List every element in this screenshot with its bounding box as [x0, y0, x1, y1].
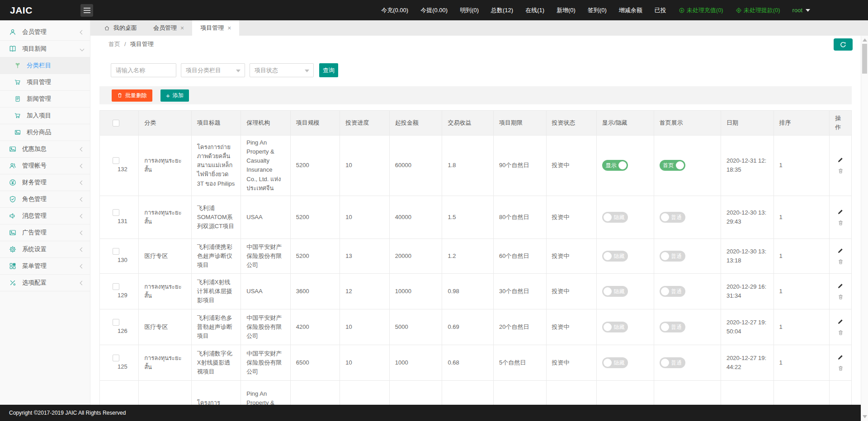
search-button[interactable]: 查询 — [319, 63, 338, 77]
tab-会员管理[interactable]: 会员管理× — [145, 20, 192, 36]
visibility-toggle[interactable]: 隐藏 — [602, 212, 628, 223]
row-actions — [830, 239, 852, 273]
visibility-toggle[interactable]: 显示 — [602, 160, 628, 171]
tab-我的桌面[interactable]: 我的桌面 — [96, 20, 145, 36]
content: 项目分类栏目 项目状态 查询 批量删除 + 添加 — [90, 63, 868, 405]
edit-icon[interactable] — [837, 248, 844, 254]
sidebar-item-项目新闻[interactable]: 项目新闻 — [0, 41, 90, 57]
row-checkbox[interactable] — [113, 209, 119, 216]
sidebar-item-系统设置[interactable]: 系统设置 — [0, 241, 90, 258]
sidebar-item-角色管理[interactable]: 角色管理 — [0, 191, 90, 208]
sidebar-item-积分商品[interactable]: 积分商品 — [0, 124, 90, 141]
homepage-toggle[interactable]: 普通 — [660, 251, 685, 262]
visibility-toggle[interactable]: 隐藏 — [602, 251, 628, 262]
delete-icon[interactable] — [838, 220, 844, 226]
row-select-cell: 125 — [100, 345, 139, 380]
row-scale: 3600 — [290, 273, 340, 309]
row-checkbox[interactable] — [113, 319, 119, 326]
copyright-text: Copyright ©2017-2019 JAIC All Rights Res… — [9, 410, 126, 416]
sidebar-item-加入项目[interactable]: 加入项目 — [0, 108, 90, 124]
projects-table-wrap: 分类项目标题保理机构项目规模投资进度起投金额交易收益项目期限投资状态显示/隐藏首… — [99, 110, 852, 405]
row-action-icons — [835, 209, 846, 226]
close-icon[interactable]: × — [180, 25, 184, 31]
sidebar-item-优惠加息[interactable]: 优惠加息 — [0, 141, 90, 158]
row-checkbox[interactable] — [113, 157, 119, 164]
chevron-left-icon — [80, 147, 85, 151]
homepage-toggle[interactable]: 首页 — [660, 160, 685, 171]
row-min-invest: 1000 — [389, 345, 442, 380]
row-date: 2020-12-30 13:13:18 — [721, 239, 774, 273]
visibility-toggle[interactable]: 隐藏 — [602, 357, 628, 368]
footer: Copyright ©2017-2019 JAIC All Rights Res… — [0, 405, 861, 421]
select-all-checkbox[interactable] — [113, 120, 119, 126]
homepage-toggle[interactable]: 普通 — [660, 212, 685, 223]
row-progress: 10 — [340, 309, 390, 345]
row-profit: 1.5 — [442, 196, 494, 239]
row-checkbox[interactable] — [113, 355, 119, 361]
sidebar-item-广告管理[interactable]: 广告管理 — [0, 225, 90, 241]
row-profit: 1.2 — [442, 239, 494, 273]
homepage-toggle[interactable]: 普通 — [660, 322, 685, 332]
sidebar-item-新闻管理[interactable]: 新闻管理 — [0, 91, 90, 108]
row-category: การลงทุนระยะสั้น — [139, 380, 192, 405]
scrollbar-thumb[interactable] — [862, 44, 867, 74]
homepage-toggle-label: 普通 — [669, 359, 684, 367]
shield-icon — [9, 196, 16, 203]
sidebar-item-管理帐号[interactable]: 管理帐号 — [0, 158, 90, 174]
row-category: การลงทุนระยะสั้น — [139, 196, 192, 239]
grid-icon — [9, 262, 16, 270]
edit-icon[interactable] — [837, 354, 844, 360]
sidebar-item-选项配置[interactable]: 选项配置 — [0, 275, 90, 291]
scroll-up-arrow-icon[interactable] — [863, 38, 867, 42]
row-id: 126 — [118, 327, 127, 336]
delete-icon[interactable] — [838, 365, 844, 371]
sidebar-item-会员管理[interactable]: 会员管理 — [0, 24, 90, 41]
row-org: 中国平安财产保险股份有限公司 — [241, 345, 291, 380]
breadcrumb-home-link[interactable]: 首页 — [108, 40, 120, 48]
batch-delete-button[interactable]: 批量删除 — [112, 89, 152, 102]
vertical-scrollbar[interactable] — [861, 36, 868, 421]
topbar-alert[interactable]: 未处理提款(0) — [736, 6, 780, 14]
delete-icon[interactable] — [838, 294, 844, 300]
visibility-toggle[interactable]: 隐藏 — [602, 322, 628, 332]
add-button[interactable]: + 添加 — [160, 89, 189, 102]
homepage-toggle[interactable]: 普通 — [660, 357, 685, 368]
edit-icon[interactable] — [837, 283, 844, 289]
row-progress: 10 — [340, 196, 390, 239]
topbar-alert[interactable]: 未处理充值(0) — [679, 6, 723, 14]
name-search-input[interactable] — [111, 63, 176, 77]
pending-withdraw-icon — [736, 7, 742, 14]
topbar-stat: 增减余额 — [619, 6, 642, 14]
close-icon[interactable]: × — [227, 25, 231, 31]
row-id: 130 — [118, 256, 127, 265]
topbar-stats: 今充(0.00)今提(0.00)明到(0)总数(12)在线(1)新增(0)签到(… — [381, 6, 810, 14]
sidebar-item-财务管理[interactable]: 财务管理 — [0, 174, 90, 191]
edit-icon[interactable] — [837, 318, 844, 325]
status-select[interactable]: 项目状态 — [250, 63, 314, 77]
topbar: JAIC 今充(0.00)今提(0.00)明到(0)总数(12)在线(1)新增(… — [0, 0, 868, 20]
trash-icon — [117, 93, 123, 98]
delete-icon[interactable] — [838, 168, 844, 174]
homepage-toggle-label: 普通 — [669, 252, 684, 261]
row-checkbox[interactable] — [113, 248, 119, 255]
scroll-down-arrow-icon[interactable] — [863, 415, 867, 418]
toggle-knob — [604, 323, 612, 331]
refresh-button[interactable] — [834, 38, 853, 51]
sidebar-item-分类栏目[interactable]: 分类栏目 — [0, 57, 90, 74]
chevron-left-icon — [80, 247, 85, 252]
delete-icon[interactable] — [838, 330, 844, 336]
sidebar-item-消息管理[interactable]: 消息管理 — [0, 208, 90, 225]
delete-icon[interactable] — [838, 259, 844, 265]
category-select[interactable]: 项目分类栏目 — [181, 63, 245, 77]
sidebar-item-菜单管理[interactable]: 菜单管理 — [0, 258, 90, 275]
row-checkbox[interactable] — [113, 283, 119, 290]
edit-icon[interactable] — [837, 209, 844, 215]
edit-icon[interactable] — [837, 157, 844, 163]
sidebar-item-项目管理[interactable]: 项目管理 — [0, 74, 90, 91]
sidebar-item-label: 广告管理 — [22, 229, 47, 237]
user-menu[interactable]: root — [793, 7, 810, 14]
tab-项目管理[interactable]: 项目管理× — [192, 20, 239, 36]
homepage-toggle[interactable]: 普通 — [660, 286, 685, 297]
hamburger-menu-button[interactable] — [80, 4, 93, 17]
visibility-toggle[interactable]: 隐藏 — [602, 286, 628, 297]
